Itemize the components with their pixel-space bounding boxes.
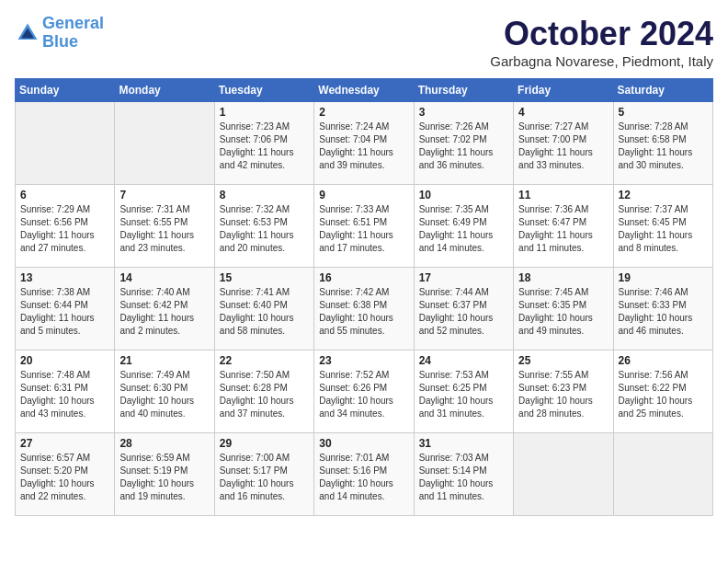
day-number: 7 <box>119 189 209 201</box>
location-subtitle: Garbagna Novarese, Piedmont, Italy <box>490 53 713 69</box>
cell-info: Sunrise: 7:35 AM Sunset: 6:49 PM Dayligh… <box>419 203 508 255</box>
day-header-wednesday: Wednesday <box>314 79 414 102</box>
logo: General Blue <box>15 15 104 52</box>
calendar-week-row: 13Sunrise: 7:38 AM Sunset: 6:44 PM Dayli… <box>16 268 713 350</box>
cell-info: Sunrise: 7:41 AM Sunset: 6:40 PM Dayligh… <box>220 286 309 338</box>
cell-info: Sunrise: 7:46 AM Sunset: 6:33 PM Dayligh… <box>619 286 708 338</box>
calendar-cell: 27Sunrise: 6:57 AM Sunset: 5:20 PM Dayli… <box>16 433 115 516</box>
month-title: October 2024 <box>490 15 713 53</box>
calendar-header-row: SundayMondayTuesdayWednesdayThursdayFrid… <box>16 79 713 102</box>
calendar-cell: 22Sunrise: 7:50 AM Sunset: 6:28 PM Dayli… <box>214 350 313 433</box>
day-number: 6 <box>20 189 109 201</box>
calendar-cell <box>514 433 613 516</box>
calendar-cell: 2Sunrise: 7:24 AM Sunset: 7:04 PM Daylig… <box>314 102 414 185</box>
cell-info: Sunrise: 7:24 AM Sunset: 7:04 PM Dayligh… <box>319 121 408 172</box>
calendar-cell: 26Sunrise: 7:56 AM Sunset: 6:22 PM Dayli… <box>613 350 712 433</box>
day-header-saturday: Saturday <box>613 79 712 102</box>
day-number: 9 <box>319 189 408 201</box>
cell-info: Sunrise: 7:00 AM Sunset: 5:17 PM Dayligh… <box>220 452 309 503</box>
calendar-cell: 18Sunrise: 7:45 AM Sunset: 6:35 PM Dayli… <box>514 268 613 350</box>
calendar-cell: 19Sunrise: 7:46 AM Sunset: 6:33 PM Dayli… <box>613 268 712 350</box>
logo-text: General Blue <box>42 15 104 52</box>
cell-info: Sunrise: 7:49 AM Sunset: 6:30 PM Dayligh… <box>119 369 209 420</box>
cell-info: Sunrise: 7:27 AM Sunset: 7:00 PM Dayligh… <box>518 121 608 172</box>
calendar-cell: 21Sunrise: 7:49 AM Sunset: 6:30 PM Dayli… <box>115 350 214 433</box>
calendar-cell: 9Sunrise: 7:33 AM Sunset: 6:51 PM Daylig… <box>314 185 414 268</box>
cell-info: Sunrise: 7:44 AM Sunset: 6:37 PM Dayligh… <box>419 286 508 338</box>
cell-info: Sunrise: 7:40 AM Sunset: 6:42 PM Dayligh… <box>119 286 209 338</box>
day-number: 17 <box>419 271 508 284</box>
cell-info: Sunrise: 7:52 AM Sunset: 6:26 PM Dayligh… <box>319 369 408 420</box>
day-number: 31 <box>419 437 508 450</box>
day-number: 23 <box>319 354 408 367</box>
cell-info: Sunrise: 7:56 AM Sunset: 6:22 PM Dayligh… <box>619 369 708 420</box>
cell-info: Sunrise: 7:50 AM Sunset: 6:28 PM Dayligh… <box>220 369 309 420</box>
cell-info: Sunrise: 7:45 AM Sunset: 6:35 PM Dayligh… <box>518 286 608 338</box>
calendar-cell: 17Sunrise: 7:44 AM Sunset: 6:37 PM Dayli… <box>414 268 513 350</box>
day-number: 20 <box>20 354 109 367</box>
day-header-friday: Friday <box>514 79 613 102</box>
cell-info: Sunrise: 6:59 AM Sunset: 5:19 PM Dayligh… <box>119 452 209 503</box>
day-number: 24 <box>419 354 508 367</box>
day-number: 27 <box>20 437 109 450</box>
day-number: 11 <box>518 189 608 201</box>
day-number: 5 <box>619 106 708 119</box>
day-number: 22 <box>220 354 309 367</box>
cell-info: Sunrise: 7:38 AM Sunset: 6:44 PM Dayligh… <box>20 286 109 338</box>
calendar-cell: 3Sunrise: 7:26 AM Sunset: 7:02 PM Daylig… <box>414 102 513 185</box>
cell-info: Sunrise: 7:53 AM Sunset: 6:25 PM Dayligh… <box>419 369 508 420</box>
calendar-cell: 30Sunrise: 7:01 AM Sunset: 5:16 PM Dayli… <box>314 433 414 516</box>
cell-info: Sunrise: 7:28 AM Sunset: 6:58 PM Dayligh… <box>619 121 708 172</box>
cell-info: Sunrise: 7:31 AM Sunset: 6:55 PM Dayligh… <box>119 203 209 255</box>
day-number: 18 <box>518 271 608 284</box>
day-header-sunday: Sunday <box>16 79 115 102</box>
calendar-cell: 10Sunrise: 7:35 AM Sunset: 6:49 PM Dayli… <box>414 185 513 268</box>
calendar-cell: 8Sunrise: 7:32 AM Sunset: 6:53 PM Daylig… <box>214 185 313 268</box>
day-number: 25 <box>518 354 608 367</box>
calendar-cell: 6Sunrise: 7:29 AM Sunset: 6:56 PM Daylig… <box>16 185 115 268</box>
page-header: General Blue October 2024 Garbagna Novar… <box>15 15 713 69</box>
day-number: 2 <box>319 106 408 119</box>
calendar-cell: 20Sunrise: 7:48 AM Sunset: 6:31 PM Dayli… <box>16 350 115 433</box>
calendar-cell <box>613 433 712 516</box>
day-number: 15 <box>220 271 309 284</box>
day-number: 16 <box>319 271 408 284</box>
cell-info: Sunrise: 7:32 AM Sunset: 6:53 PM Dayligh… <box>220 203 309 255</box>
calendar-table: SundayMondayTuesdayWednesdayThursdayFrid… <box>15 78 713 516</box>
cell-info: Sunrise: 7:33 AM Sunset: 6:51 PM Dayligh… <box>319 203 408 255</box>
day-header-monday: Monday <box>115 79 214 102</box>
cell-info: Sunrise: 7:55 AM Sunset: 6:23 PM Dayligh… <box>518 369 608 420</box>
day-number: 29 <box>220 437 309 450</box>
calendar-cell: 16Sunrise: 7:42 AM Sunset: 6:38 PM Dayli… <box>314 268 414 350</box>
day-number: 10 <box>419 189 508 201</box>
cell-info: Sunrise: 6:57 AM Sunset: 5:20 PM Dayligh… <box>20 452 109 503</box>
cell-info: Sunrise: 7:42 AM Sunset: 6:38 PM Dayligh… <box>319 286 408 338</box>
cell-info: Sunrise: 7:36 AM Sunset: 6:47 PM Dayligh… <box>518 203 608 255</box>
day-number: 3 <box>419 106 508 119</box>
calendar-cell: 31Sunrise: 7:03 AM Sunset: 5:14 PM Dayli… <box>414 433 513 516</box>
logo-icon <box>15 20 40 46</box>
day-number: 28 <box>119 437 209 450</box>
calendar-cell: 24Sunrise: 7:53 AM Sunset: 6:25 PM Dayli… <box>414 350 513 433</box>
day-number: 12 <box>619 189 708 201</box>
calendar-cell: 15Sunrise: 7:41 AM Sunset: 6:40 PM Dayli… <box>214 268 313 350</box>
calendar-cell: 4Sunrise: 7:27 AM Sunset: 7:00 PM Daylig… <box>514 102 613 185</box>
cell-info: Sunrise: 7:29 AM Sunset: 6:56 PM Dayligh… <box>20 203 109 255</box>
day-number: 4 <box>518 106 608 119</box>
calendar-week-row: 27Sunrise: 6:57 AM Sunset: 5:20 PM Dayli… <box>16 433 713 516</box>
calendar-cell <box>16 102 115 185</box>
day-number: 1 <box>220 106 309 119</box>
day-number: 8 <box>220 189 309 201</box>
calendar-cell: 25Sunrise: 7:55 AM Sunset: 6:23 PM Dayli… <box>514 350 613 433</box>
calendar-cell: 5Sunrise: 7:28 AM Sunset: 6:58 PM Daylig… <box>613 102 712 185</box>
calendar-cell: 28Sunrise: 6:59 AM Sunset: 5:19 PM Dayli… <box>115 433 214 516</box>
calendar-week-row: 20Sunrise: 7:48 AM Sunset: 6:31 PM Dayli… <box>16 350 713 433</box>
calendar-cell: 13Sunrise: 7:38 AM Sunset: 6:44 PM Dayli… <box>16 268 115 350</box>
day-number: 13 <box>20 271 109 284</box>
day-header-tuesday: Tuesday <box>214 79 313 102</box>
day-number: 26 <box>619 354 708 367</box>
day-number: 30 <box>319 437 408 450</box>
day-number: 21 <box>119 354 209 367</box>
calendar-cell: 11Sunrise: 7:36 AM Sunset: 6:47 PM Dayli… <box>514 185 613 268</box>
cell-info: Sunrise: 7:37 AM Sunset: 6:45 PM Dayligh… <box>619 203 708 255</box>
